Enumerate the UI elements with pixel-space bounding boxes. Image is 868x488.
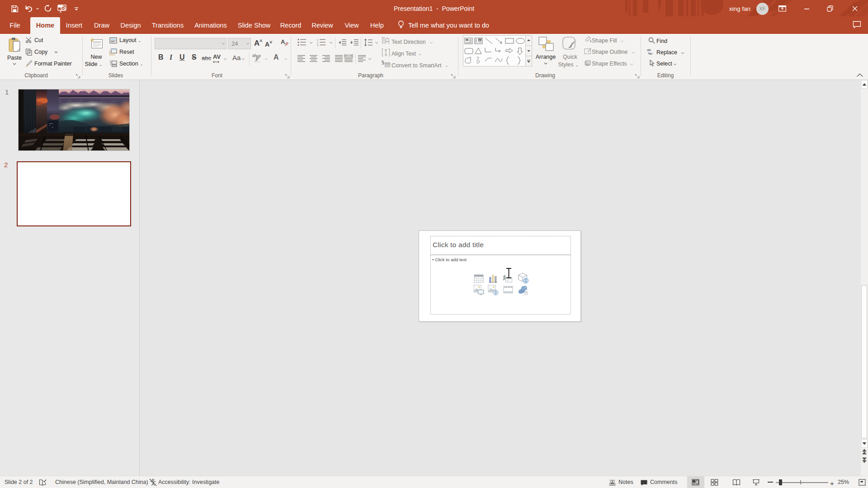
svg-text:A: A — [479, 39, 481, 42]
svg-text:A: A — [466, 39, 468, 42]
svg-text:ac: ac — [649, 52, 652, 56]
svg-text:aly: aly — [252, 53, 258, 58]
svg-text:A: A — [281, 38, 285, 45]
svg-text:3: 3 — [317, 44, 318, 46]
